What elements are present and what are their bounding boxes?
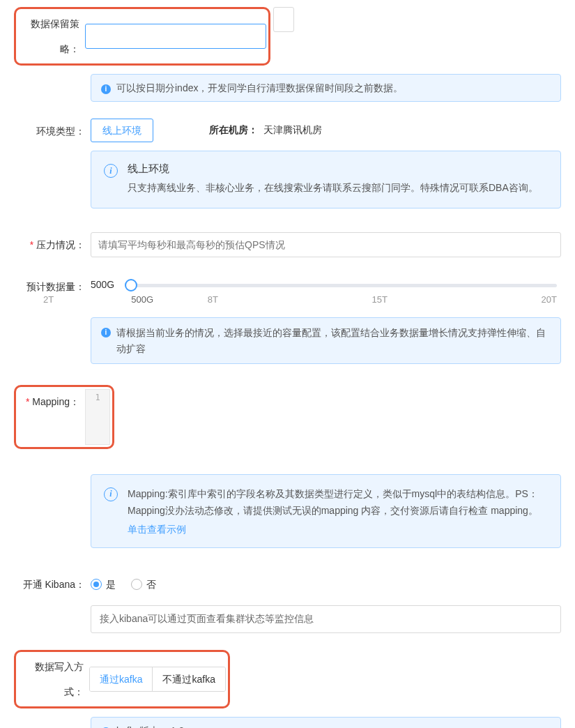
datasize-info-text: 请根据当前业务的情况，选择最接近的容量配置，该配置结合业务数据量增长情况支持弹性… bbox=[116, 325, 551, 356]
mapping-label: Mapping： bbox=[18, 389, 85, 445]
info-icon: i bbox=[104, 487, 118, 501]
kibana-radio-yes[interactable]: 是 bbox=[91, 572, 116, 597]
env-location-value: 天津腾讯机房 bbox=[263, 124, 322, 135]
retention-label: 数据保留策略： bbox=[18, 11, 85, 61]
mapping-line-number: 1 bbox=[86, 393, 109, 402]
kibana-info-box: 接入kibana可以通过页面查看集群状态等监控信息 bbox=[91, 605, 561, 633]
slider-tick: 20T bbox=[542, 294, 557, 305]
kibana-radio-no[interactable]: 否 bbox=[131, 572, 156, 597]
retention-input[interactable] bbox=[85, 24, 266, 49]
env-selected-tag[interactable]: 线上环境 bbox=[91, 119, 153, 142]
slider-handle[interactable] bbox=[125, 279, 137, 291]
write-mode-label: 数据写入方式： bbox=[18, 654, 89, 704]
write-mode-via-kafka[interactable]: 通过kafka bbox=[90, 667, 152, 691]
slider-tick: 15T bbox=[372, 294, 388, 305]
info-icon: i bbox=[101, 84, 111, 94]
info-icon: i bbox=[101, 328, 111, 338]
env-label: 环境类型： bbox=[14, 119, 91, 144]
qps-input[interactable] bbox=[91, 232, 561, 257]
mapping-example-link[interactable]: 单击查看示例 bbox=[128, 524, 186, 536]
mapping-code-editor-gutter: 1 bbox=[85, 389, 110, 445]
env-location-label: 所在机房： bbox=[209, 124, 258, 135]
env-callout: i 线上环境 只支持离线业务、非核心业务，在线搜索业务请联系云搜部门同学。特殊情… bbox=[91, 151, 561, 208]
datasize-info-banner: i 请根据当前业务的情况，选择最接近的容量配置，该配置结合业务数据量增长情况支持… bbox=[91, 317, 561, 364]
write-mode-info-text: kafka版本>=1.0 bbox=[116, 723, 184, 728]
datasize-value: 500G bbox=[91, 274, 114, 291]
datasize-slider[interactable]: 500G 2T 8T 15T 20T bbox=[127, 284, 561, 305]
info-icon: i bbox=[104, 164, 118, 178]
mapping-callout: i Mapping:索引库中索引的字段名称及其数据类型进行定义，类似于mysql… bbox=[91, 474, 561, 548]
slider-tick: 2T bbox=[43, 294, 54, 305]
kibana-label: 开通 Kibana： bbox=[14, 572, 91, 597]
write-mode-info-banner: i kafka版本>=1.0 bbox=[91, 717, 561, 728]
slider-tick: 8T bbox=[208, 294, 218, 305]
mapping-code-editor[interactable] bbox=[114, 385, 561, 441]
write-mode-segmented[interactable]: 通过kafka 不通过kafka bbox=[89, 667, 226, 692]
retention-info-text: 可以按日期分index，开发同学自行清理数据保留时间段之前数据。 bbox=[116, 80, 403, 96]
retention-suffix-button[interactable] bbox=[273, 7, 294, 32]
env-callout-title: 线上环境 bbox=[128, 162, 538, 176]
write-mode-not-via-kafka[interactable]: 不通过kafka bbox=[152, 667, 224, 691]
slider-tick: 500G bbox=[131, 294, 153, 305]
mapping-callout-body: Mapping:索引库中索引的字段名称及其数据类型进行定义，类似于mysql中的… bbox=[128, 486, 548, 520]
env-callout-body: 只支持离线业务、非核心业务，在线搜索业务请联系云搜部门同学。特殊情况可联系DBA… bbox=[128, 180, 538, 197]
retention-info-banner: i 可以按日期分index，开发同学自行清理数据保留时间段之前数据。 bbox=[91, 74, 561, 102]
qps-label: 压力情况： bbox=[14, 232, 91, 257]
kibana-info-text: 接入kibana可以通过页面查看集群状态等监控信息 bbox=[100, 613, 314, 624]
